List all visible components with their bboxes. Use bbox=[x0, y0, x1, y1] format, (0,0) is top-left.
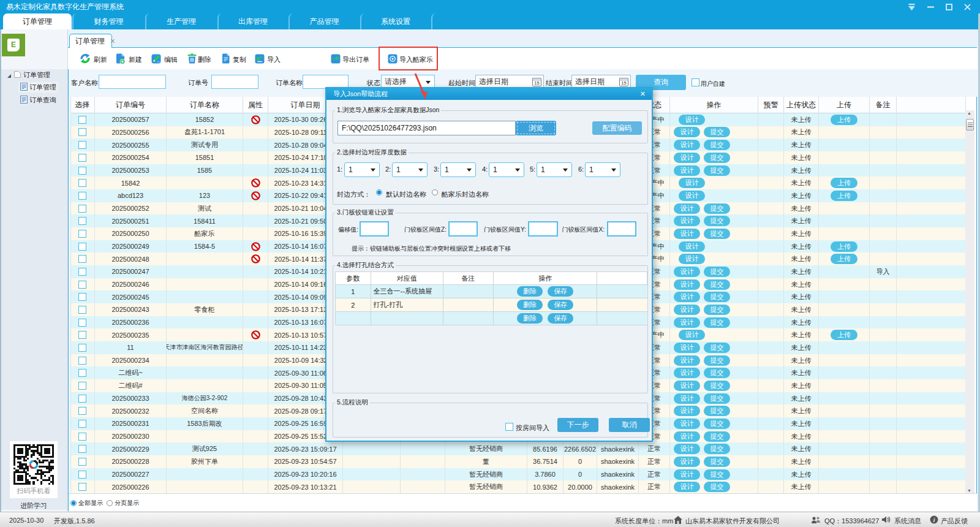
svg-text:15: 15 bbox=[621, 80, 626, 86]
svg-text:15: 15 bbox=[534, 80, 539, 86]
